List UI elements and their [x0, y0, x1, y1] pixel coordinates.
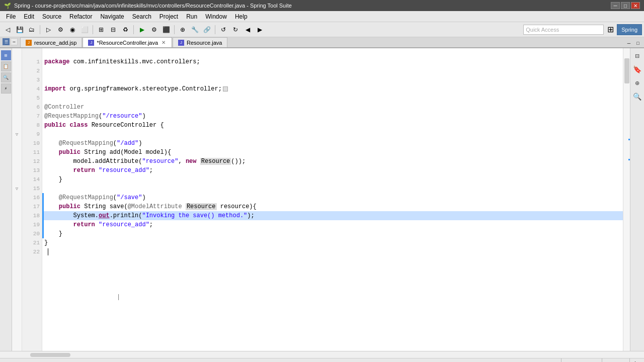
tab-icon-jsp: J	[26, 40, 32, 46]
code-line-15	[42, 184, 623, 193]
linenum-20: 20	[22, 229, 42, 238]
tab-label-resource: Resource.java	[187, 40, 222, 46]
tab-resource-controller[interactable]: J *ResourceController.java ✕	[83, 37, 172, 47]
toolbar-btn12[interactable]: 🔗	[201, 24, 212, 35]
menu-help[interactable]: Help	[231, 11, 252, 22]
toolbar-btn15[interactable]: ◀	[242, 24, 253, 35]
toolbar-btn6[interactable]: ⊟	[108, 24, 119, 35]
toolbar-btn11[interactable]: 🔧	[189, 24, 200, 35]
menu-navigate[interactable]: Navigate	[96, 11, 128, 22]
gutter-line-12	[12, 148, 22, 157]
code-line-25	[42, 275, 623, 284]
scrollbar-thumb[interactable]	[624, 58, 629, 83]
linenum-15: 15	[22, 184, 42, 193]
menu-refactor[interactable]: Refactor	[65, 11, 96, 22]
sidebar-icon-1[interactable]: ⊞	[1, 50, 11, 60]
menu-edit[interactable]: Edit	[20, 11, 38, 22]
perspective-button[interactable]: Spring	[617, 24, 642, 35]
linenum-7: 7	[22, 112, 42, 121]
sidebar-icon-3[interactable]: 🔍	[1, 72, 11, 82]
toolbar-btn13[interactable]: ↺	[218, 24, 229, 35]
linenum-18: 18	[22, 211, 42, 220]
toolbar-save-all[interactable]: 🗂	[26, 24, 37, 35]
gutter-line-16[interactable]: ▽	[12, 184, 22, 193]
right-icon-2[interactable]: 🔖	[632, 64, 643, 75]
tab-controls: ─ □	[623, 39, 644, 47]
maximize-button[interactable]: □	[621, 2, 630, 9]
minimize-editor[interactable]: ─	[625, 39, 633, 47]
sidebar-icon-4[interactable]: ⚡	[1, 83, 11, 94]
title-bar: 🌱 Spring - course-project/src/main/java/…	[0, 0, 644, 11]
toolbar-btn7[interactable]: ♻	[120, 24, 131, 35]
linenum-11: 11	[22, 148, 42, 157]
right-icon-3[interactable]: ⊕	[632, 77, 643, 88]
code-line-24	[42, 265, 623, 275]
toolbar-save[interactable]: 💾	[14, 24, 25, 35]
menu-run[interactable]: Run	[182, 11, 201, 22]
toolbar: ◁ 💾 🗂 ▷ ⚙ ◉ ⬜ ⊞ ⊟ ♻ ▶ ⚙ ⬛ ⊕ 🔧 🔗 ↺ ↻ ◀ ▶ …	[0, 22, 644, 37]
toolbar-btn5[interactable]: ⊞	[96, 24, 107, 35]
line-numbers: 1 2 3 4 5 6 7 8 9 10 11 12 13 14 15 16 1…	[22, 48, 42, 351]
right-icon-4[interactable]: 🔍	[632, 91, 643, 102]
gutter-line-6	[12, 94, 22, 103]
gutter-line-11	[12, 139, 22, 148]
gutter-line-10[interactable]: ▽	[12, 130, 22, 139]
app-logo: 🌱	[4, 3, 11, 9]
menu-window[interactable]: Window	[201, 11, 231, 22]
linenum-2: 2	[22, 66, 42, 75]
toolbar-btn4[interactable]: ⬜	[79, 24, 90, 35]
toolbar-btn14[interactable]: ↻	[230, 24, 241, 35]
toolbar-perspective-toggle[interactable]: ⊞	[605, 24, 616, 35]
toolbar-btn10[interactable]: ⊕	[177, 24, 188, 35]
close-button[interactable]: ✕	[631, 2, 640, 9]
toolbar-run[interactable]: ▶	[136, 24, 147, 35]
sidebar-icon-2[interactable]: 📋	[1, 61, 11, 71]
toolbar-sep1	[40, 25, 40, 34]
code-line-22	[42, 247, 623, 256]
toolbar-sep3	[133, 25, 134, 34]
toolbar-sep5	[215, 25, 215, 34]
code-line-9	[42, 130, 623, 139]
status-bar: Writable Smart Insert 22 : 56 ⋮	[0, 358, 644, 362]
toolbar-btn8[interactable]: ⚙	[148, 24, 159, 35]
code-line-16: @RequestMapping("/save")	[42, 193, 623, 202]
gutter-line-8	[12, 112, 22, 121]
toolbar-btn16[interactable]: ▶	[254, 24, 265, 35]
minimap-mark-1	[628, 139, 630, 140]
toolbar-btn1[interactable]: ▷	[43, 24, 54, 35]
hscrollbar-thumb[interactable]	[30, 353, 70, 357]
quick-access-input[interactable]: Quick Access	[523, 25, 604, 35]
main-layout: ⊞ 📋 🔍 ⚡ ▽ ▽	[0, 48, 644, 351]
toolbar-btn9[interactable]: ⬛	[160, 24, 172, 35]
menu-file[interactable]: File	[2, 11, 20, 22]
code-line-3	[42, 75, 623, 84]
code-line-14: }	[42, 175, 623, 184]
toolbar-back[interactable]: ◁	[2, 24, 13, 35]
status-insert-mode: Smart Insert	[561, 358, 602, 362]
code-editor[interactable]: package com.infiniteskills.mvc.controlle…	[42, 48, 623, 351]
menu-search[interactable]: Search	[128, 11, 155, 22]
gutter-line-5	[12, 84, 22, 94]
maximize-editor[interactable]: □	[634, 39, 642, 47]
gutter-line-19	[12, 211, 22, 220]
toolbar-btn3[interactable]: ◉	[67, 24, 78, 35]
minimap-mark-2	[628, 159, 630, 160]
menu-project[interactable]: Project	[155, 11, 182, 22]
toolbar-sep2	[93, 25, 93, 34]
code-line-13: return "resource_add";	[42, 166, 623, 175]
minimize-button[interactable]: ─	[611, 2, 620, 9]
right-icon-1[interactable]: ⊟	[632, 50, 643, 61]
tab-close-button[interactable]: ✕	[160, 40, 167, 46]
sidebar-toggle[interactable]: ☰	[3, 38, 10, 45]
tab-resource-add[interactable]: J resource_add.jsp	[20, 37, 82, 47]
code-line-2	[42, 66, 623, 75]
gutter-line-21	[12, 229, 22, 238]
gutter-line-3	[12, 66, 22, 75]
toolbar-btn2[interactable]: ⚙	[55, 24, 66, 35]
gutter-line-17	[12, 193, 22, 202]
tab-menu[interactable]: ⋯	[11, 38, 18, 45]
tab-resource[interactable]: J Resource.java	[173, 37, 227, 47]
title-bar-controls: ─ □ ✕	[611, 2, 640, 9]
menu-source[interactable]: Source	[38, 11, 65, 22]
right-sidebar	[623, 48, 630, 351]
